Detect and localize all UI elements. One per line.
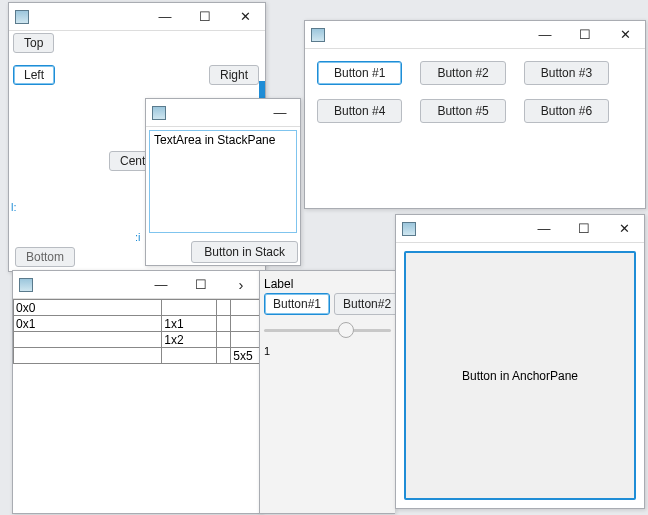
grid-cell: 1x1 [162,316,216,332]
slider-value: 1 [264,343,391,357]
grid-cell [162,348,216,364]
grid-cell: 1x2 [162,332,216,348]
maximize-button[interactable]: ☐ [181,271,221,299]
flow-button-6[interactable]: Button #6 [524,99,609,123]
table-row: 1x2 [14,332,261,348]
grid-cell: 0x1 [14,316,162,332]
flow-button-5[interactable]: Button #5 [420,99,505,123]
close-button[interactable]: ✕ [225,3,265,31]
titlebar[interactable]: — [146,99,300,127]
stack-textarea[interactable]: TextArea in StackPane [149,130,297,233]
hbox-button-1[interactable]: Button#1 [264,293,330,315]
vbox-window: Label Button#1 Button#2 1 [259,270,395,514]
titlebar[interactable]: — ☐ › [13,271,261,299]
right-button[interactable]: Right [209,65,259,85]
grid-table: 0x0 0x1 1x1 1x2 5x5 [13,299,261,364]
table-row: 5x5 [14,348,261,364]
bottom-button[interactable]: Bottom [15,247,75,267]
minimize-button[interactable]: — [260,99,300,127]
flow-button-3[interactable]: Button #3 [524,61,609,85]
titlebar[interactable]: — ☐ ✕ [396,215,644,243]
grid-cell [216,348,231,364]
flowpane-window: — ☐ ✕ Button #1 Button #2 Button #3 Butt… [304,20,646,209]
app-icon [152,106,166,120]
app-icon [402,222,416,236]
hbox-button-2[interactable]: Button#2 [334,293,400,315]
grid-cell [162,300,216,316]
grid-cell [216,300,231,316]
table-row: 0x0 [14,300,261,316]
titlebar[interactable]: — ☐ ✕ [9,3,265,31]
close-button[interactable]: ✕ [604,215,644,243]
flow-button-4[interactable]: Button #4 [317,99,402,123]
grid-cell [216,332,231,348]
grid-cell [231,300,261,316]
marker-text: l: [11,201,17,213]
grid-cell: 0x0 [14,300,162,316]
grid-cell: 5x5 [231,348,261,364]
maximize-button[interactable]: ☐ [565,21,605,49]
grid-cell [14,332,162,348]
grid-cell [231,332,261,348]
gridpane-window: — ☐ › 0x0 0x1 1x1 1x2 [12,270,262,514]
minimize-button[interactable]: — [525,21,565,49]
flow-button-1[interactable]: Button #1 [317,61,402,85]
grid-cell [231,316,261,332]
minimize-button[interactable]: — [524,215,564,243]
left-button[interactable]: Left [13,65,55,85]
top-button[interactable]: Top [13,33,54,53]
minimize-button[interactable]: — [141,271,181,299]
app-icon [15,10,29,24]
slider-thumb[interactable] [338,322,354,338]
close-button[interactable]: ✕ [605,21,645,49]
label: Label [264,275,391,293]
maximize-button[interactable]: ☐ [185,3,225,31]
grid-cell [216,316,231,332]
grid-cell [14,348,162,364]
slider[interactable] [264,319,391,343]
more-button[interactable]: › [221,271,261,299]
table-row: 0x1 1x1 [14,316,261,332]
minimize-button[interactable]: — [145,3,185,31]
stackpane-window: — TextArea in StackPane Button in Stack [145,98,301,266]
app-icon [19,278,33,292]
flow-button-2[interactable]: Button #2 [420,61,505,85]
stack-button[interactable]: Button in Stack [191,241,298,263]
anchorpane-window: — ☐ ✕ Button in AnchorPane [395,214,645,509]
marker-text: :i [135,231,141,243]
titlebar[interactable]: — ☐ ✕ [305,21,645,49]
app-icon [311,28,325,42]
slider-track [264,329,391,332]
maximize-button[interactable]: ☐ [564,215,604,243]
anchor-button[interactable]: Button in AnchorPane [404,251,636,500]
